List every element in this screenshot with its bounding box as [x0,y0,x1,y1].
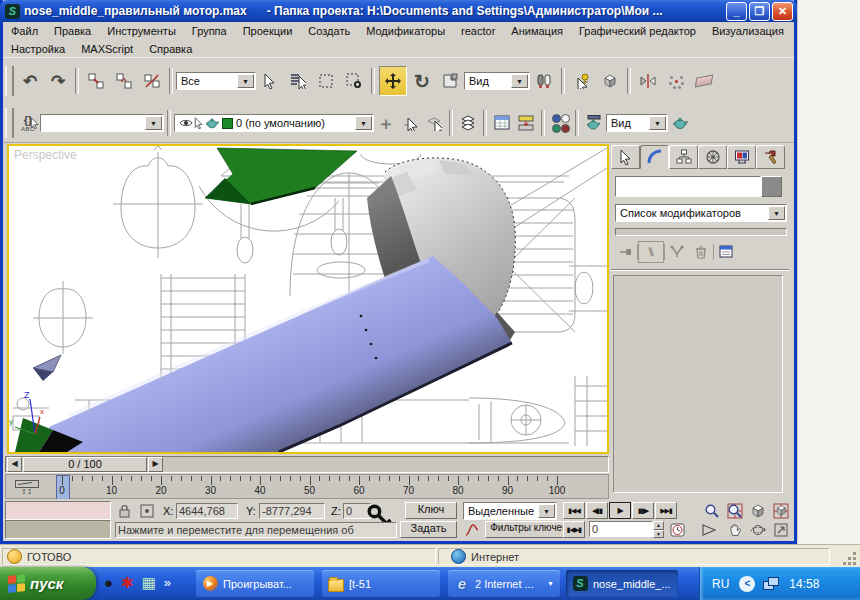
add-selection-to-layer-button[interactable] [399,111,421,135]
dropdown-arrow-icon[interactable]: ▼ [355,116,372,130]
select-object-button[interactable] [257,67,283,95]
maximize-button[interactable]: ❐ [749,2,770,21]
menu-item[interactable]: Проекции [235,23,301,39]
reference-coordinate-system-dropdown[interactable]: Вид ▼ [464,72,530,90]
array-button[interactable] [663,67,689,95]
show-end-result-button[interactable]: ⑊ [638,241,664,263]
snaps-toggle-icon[interactable] [597,67,623,95]
x-coordinate-field[interactable]: 4644,768 [176,503,238,519]
mirror-button[interactable] [635,67,661,95]
zoom-button[interactable] [701,502,723,519]
use-pivot-center-button[interactable] [531,67,557,95]
tab-motion[interactable] [698,145,727,169]
menu-item[interactable]: MAXScript [73,41,141,57]
modifier-list-dropdown[interactable]: Список модификаторов ▼ [615,204,787,222]
select-and-scale-button[interactable] [437,67,463,95]
dropdown-arrow-icon[interactable]: ▼ [237,74,254,88]
select-by-name-button[interactable] [285,67,311,95]
hide-icons-button[interactable]: < [739,576,755,592]
small-wing-object[interactable] [33,355,61,381]
select-and-rotate-button[interactable]: ↻ [409,67,435,95]
task-button-mediaplayer[interactable]: ▶ Проигрыват... [196,570,314,597]
language-indicator[interactable]: RU [712,577,729,591]
time-slider-track[interactable]: ◀ 0 / 100 ▶ [5,456,609,473]
close-button[interactable]: ✕ [772,2,793,21]
modifier-stack-list[interactable] [615,228,787,236]
select-and-move-button[interactable] [379,66,407,96]
fuselage-tube-object[interactable] [49,256,512,452]
set-key-button[interactable]: Задать [400,521,457,538]
new-key-curve-icon[interactable] [461,521,483,538]
viewport-label[interactable]: Perspective [14,148,77,162]
menu-item[interactable]: Справка [141,41,200,57]
go-to-start-button[interactable]: ▮◀◀ [563,502,585,519]
menu-item[interactable]: Модификаторы [358,23,453,39]
previous-frame-button[interactable]: ◀▮▮ [586,502,608,519]
key-mode-toggle[interactable]: ▮◀▶▮ [563,521,585,538]
curve-editor-button[interactable] [515,111,537,135]
perspective-viewport[interactable]: Z x y Perspective [7,144,609,454]
current-frame-field[interactable]: 0 [589,521,653,537]
track-bar[interactable]: ↥↧ 0102030405060708090100 [5,474,609,499]
task-group-arrow-icon[interactable]: ▼ [547,580,554,587]
menu-item[interactable]: Графический редактор [571,23,704,39]
tab-hierarchy[interactable] [669,145,698,169]
layer-manager-button[interactable] [457,111,479,135]
dropdown-arrow-icon[interactable]: ▼ [511,74,528,88]
tab-display[interactable] [727,145,756,169]
minimize-button[interactable]: _ [726,2,747,21]
mini-curve-editor-button[interactable]: ↥↧ [10,477,44,496]
pin-stack-button[interactable] [613,242,637,262]
configure-modifier-sets-button[interactable] [714,242,738,262]
remove-modifier-button[interactable] [689,242,713,262]
maxscript-listener-macro-line[interactable] [5,501,111,520]
quick-launch-icon-2[interactable]: ✱ [121,572,134,594]
object-name-field[interactable] [615,176,761,197]
create-new-layer-button[interactable]: ＋ [375,111,397,135]
dropdown-arrow-icon[interactable]: ▼ [145,116,162,130]
task-button-3dsmax[interactable]: S nose_middle_... [566,570,678,597]
named-selection-sets-icon[interactable]: {}ABC [17,111,39,135]
menu-item[interactable]: Анимация [503,23,571,39]
maxscript-listener-line[interactable] [5,520,111,539]
menu-item[interactable]: Файл [3,23,46,39]
task-button-internet-group[interactable]: e 2 Internet ... ▼ [448,570,560,597]
bind-to-spacewarp-icon[interactable] [139,67,165,95]
title-bar[interactable]: S nose_middle_правильный мотор.max - Пап… [0,0,797,22]
quick-launch-icon-1[interactable]: ● [104,572,113,594]
key-selection-dropdown[interactable]: Выделенные ▼ [463,502,557,520]
quick-render-button[interactable] [669,111,691,135]
key-filters-button[interactable]: Фильтры ключей [485,521,573,538]
quick-launch-chevron[interactable]: » [164,572,171,594]
render-setup-button[interactable] [583,111,605,135]
make-unique-button[interactable] [665,242,689,262]
dropdown-arrow-icon[interactable]: ▼ [538,504,555,518]
menu-item[interactable]: reactor [453,23,503,39]
network-tray-icon[interactable] [763,577,779,590]
material-editor-button[interactable] [549,111,571,135]
layer-dropdown[interactable]: 0 (по умолчанию) ▼ [174,114,374,132]
select-objects-in-layer-button[interactable] [423,111,445,135]
task-button-folder[interactable]: [t-51 [322,570,440,597]
menu-item[interactable]: Настройка [3,41,73,57]
tab-utilities[interactable] [756,145,785,169]
previous-frame-arrow[interactable]: ◀ [7,457,22,472]
menu-item[interactable]: Создать [300,23,358,39]
select-and-manipulate-button[interactable] [569,67,595,95]
undo-button[interactable]: ↶ [17,67,43,95]
y-coordinate-field[interactable]: -8777,294 [259,503,325,519]
zoom-extents-button[interactable] [747,502,769,519]
toolbar-handle[interactable] [5,66,14,96]
menu-item[interactable]: Визуализация [704,23,792,39]
time-slider-button[interactable]: 0 / 100 [23,457,147,472]
menu-item[interactable]: Группа [184,23,235,39]
trackbar-ruler[interactable]: 0102030405060708090100 [50,475,606,498]
menu-item[interactable]: Правка [46,23,99,39]
quick-launch-icon-3[interactable]: ▦ [142,572,156,594]
zoom-extents-all-button[interactable] [770,502,792,519]
go-to-end-button[interactable]: ▶▶▮ [655,502,677,519]
pan-view-button[interactable] [724,521,746,538]
unlink-selection-icon[interactable] [111,67,137,95]
auto-key-button[interactable]: Ключ [405,502,457,519]
object-color-swatch[interactable] [761,176,782,197]
